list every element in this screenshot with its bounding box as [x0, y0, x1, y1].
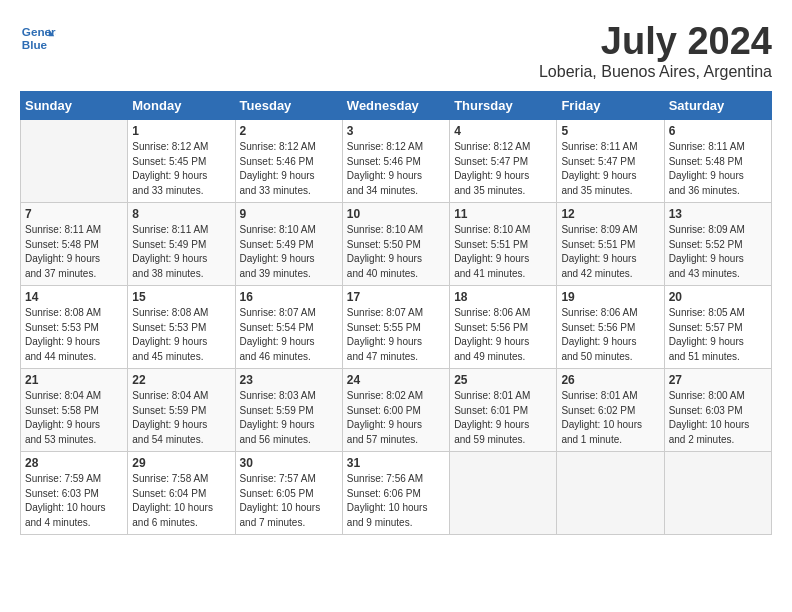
day-number: 2	[240, 124, 338, 138]
day-number: 10	[347, 207, 445, 221]
day-info: Sunrise: 8:11 AM Sunset: 5:48 PM Dayligh…	[669, 140, 767, 198]
day-info: Sunrise: 8:05 AM Sunset: 5:57 PM Dayligh…	[669, 306, 767, 364]
day-info: Sunrise: 8:10 AM Sunset: 5:51 PM Dayligh…	[454, 223, 552, 281]
calendar-week-row: 14Sunrise: 8:08 AM Sunset: 5:53 PM Dayli…	[21, 286, 772, 369]
day-info: Sunrise: 8:04 AM Sunset: 5:58 PM Dayligh…	[25, 389, 123, 447]
day-number: 4	[454, 124, 552, 138]
calendar-day-cell: 22Sunrise: 8:04 AM Sunset: 5:59 PM Dayli…	[128, 369, 235, 452]
calendar-day-cell: 31Sunrise: 7:56 AM Sunset: 6:06 PM Dayli…	[342, 452, 449, 535]
calendar-day-cell: 8Sunrise: 8:11 AM Sunset: 5:49 PM Daylig…	[128, 203, 235, 286]
svg-text:General: General	[22, 25, 56, 38]
day-info: Sunrise: 7:58 AM Sunset: 6:04 PM Dayligh…	[132, 472, 230, 530]
location-title: Loberia, Buenos Aires, Argentina	[539, 63, 772, 81]
day-info: Sunrise: 7:56 AM Sunset: 6:06 PM Dayligh…	[347, 472, 445, 530]
calendar-day-cell: 26Sunrise: 8:01 AM Sunset: 6:02 PM Dayli…	[557, 369, 664, 452]
logo-icon: General Blue	[20, 20, 56, 56]
calendar-table: SundayMondayTuesdayWednesdayThursdayFrid…	[20, 91, 772, 535]
day-info: Sunrise: 8:01 AM Sunset: 6:01 PM Dayligh…	[454, 389, 552, 447]
day-number: 8	[132, 207, 230, 221]
calendar-day-cell: 18Sunrise: 8:06 AM Sunset: 5:56 PM Dayli…	[450, 286, 557, 369]
calendar-day-cell: 27Sunrise: 8:00 AM Sunset: 6:03 PM Dayli…	[664, 369, 771, 452]
calendar-day-cell: 6Sunrise: 8:11 AM Sunset: 5:48 PM Daylig…	[664, 120, 771, 203]
calendar-header-row: SundayMondayTuesdayWednesdayThursdayFrid…	[21, 92, 772, 120]
day-number: 27	[669, 373, 767, 387]
calendar-day-cell: 4Sunrise: 8:12 AM Sunset: 5:47 PM Daylig…	[450, 120, 557, 203]
day-number: 24	[347, 373, 445, 387]
day-info: Sunrise: 8:11 AM Sunset: 5:47 PM Dayligh…	[561, 140, 659, 198]
day-number: 21	[25, 373, 123, 387]
day-number: 23	[240, 373, 338, 387]
day-info: Sunrise: 8:12 AM Sunset: 5:46 PM Dayligh…	[240, 140, 338, 198]
day-number: 6	[669, 124, 767, 138]
day-info: Sunrise: 8:02 AM Sunset: 6:00 PM Dayligh…	[347, 389, 445, 447]
day-number: 9	[240, 207, 338, 221]
calendar-day-cell: 9Sunrise: 8:10 AM Sunset: 5:49 PM Daylig…	[235, 203, 342, 286]
calendar-day-cell: 25Sunrise: 8:01 AM Sunset: 6:01 PM Dayli…	[450, 369, 557, 452]
day-info: Sunrise: 8:07 AM Sunset: 5:55 PM Dayligh…	[347, 306, 445, 364]
day-info: Sunrise: 8:06 AM Sunset: 5:56 PM Dayligh…	[561, 306, 659, 364]
calendar-day-cell: 30Sunrise: 7:57 AM Sunset: 6:05 PM Dayli…	[235, 452, 342, 535]
day-number: 22	[132, 373, 230, 387]
calendar-day-cell: 19Sunrise: 8:06 AM Sunset: 5:56 PM Dayli…	[557, 286, 664, 369]
calendar-day-cell	[664, 452, 771, 535]
calendar-day-cell: 2Sunrise: 8:12 AM Sunset: 5:46 PM Daylig…	[235, 120, 342, 203]
day-info: Sunrise: 8:03 AM Sunset: 5:59 PM Dayligh…	[240, 389, 338, 447]
day-info: Sunrise: 8:12 AM Sunset: 5:45 PM Dayligh…	[132, 140, 230, 198]
day-info: Sunrise: 8:01 AM Sunset: 6:02 PM Dayligh…	[561, 389, 659, 447]
page-header: General Blue July 2024 Loberia, Buenos A…	[20, 20, 772, 81]
calendar-header-cell: Wednesday	[342, 92, 449, 120]
day-info: Sunrise: 8:12 AM Sunset: 5:47 PM Dayligh…	[454, 140, 552, 198]
day-number: 18	[454, 290, 552, 304]
day-number: 29	[132, 456, 230, 470]
logo: General Blue	[20, 20, 56, 56]
calendar-day-cell: 17Sunrise: 8:07 AM Sunset: 5:55 PM Dayli…	[342, 286, 449, 369]
svg-text:Blue: Blue	[22, 38, 48, 51]
calendar-week-row: 28Sunrise: 7:59 AM Sunset: 6:03 PM Dayli…	[21, 452, 772, 535]
day-number: 11	[454, 207, 552, 221]
calendar-header-cell: Sunday	[21, 92, 128, 120]
day-info: Sunrise: 8:10 AM Sunset: 5:49 PM Dayligh…	[240, 223, 338, 281]
calendar-day-cell: 14Sunrise: 8:08 AM Sunset: 5:53 PM Dayli…	[21, 286, 128, 369]
day-number: 20	[669, 290, 767, 304]
calendar-header-cell: Tuesday	[235, 92, 342, 120]
day-number: 12	[561, 207, 659, 221]
day-number: 16	[240, 290, 338, 304]
calendar-day-cell: 7Sunrise: 8:11 AM Sunset: 5:48 PM Daylig…	[21, 203, 128, 286]
day-number: 5	[561, 124, 659, 138]
calendar-header-cell: Friday	[557, 92, 664, 120]
day-number: 28	[25, 456, 123, 470]
day-info: Sunrise: 8:07 AM Sunset: 5:54 PM Dayligh…	[240, 306, 338, 364]
day-info: Sunrise: 8:11 AM Sunset: 5:49 PM Dayligh…	[132, 223, 230, 281]
day-info: Sunrise: 8:10 AM Sunset: 5:50 PM Dayligh…	[347, 223, 445, 281]
calendar-week-row: 7Sunrise: 8:11 AM Sunset: 5:48 PM Daylig…	[21, 203, 772, 286]
calendar-day-cell: 21Sunrise: 8:04 AM Sunset: 5:58 PM Dayli…	[21, 369, 128, 452]
calendar-day-cell: 1Sunrise: 8:12 AM Sunset: 5:45 PM Daylig…	[128, 120, 235, 203]
day-info: Sunrise: 8:08 AM Sunset: 5:53 PM Dayligh…	[132, 306, 230, 364]
day-number: 1	[132, 124, 230, 138]
calendar-day-cell: 12Sunrise: 8:09 AM Sunset: 5:51 PM Dayli…	[557, 203, 664, 286]
day-number: 19	[561, 290, 659, 304]
day-number: 15	[132, 290, 230, 304]
calendar-day-cell	[21, 120, 128, 203]
day-number: 31	[347, 456, 445, 470]
calendar-week-row: 1Sunrise: 8:12 AM Sunset: 5:45 PM Daylig…	[21, 120, 772, 203]
calendar-day-cell: 5Sunrise: 8:11 AM Sunset: 5:47 PM Daylig…	[557, 120, 664, 203]
calendar-day-cell: 24Sunrise: 8:02 AM Sunset: 6:00 PM Dayli…	[342, 369, 449, 452]
day-info: Sunrise: 8:08 AM Sunset: 5:53 PM Dayligh…	[25, 306, 123, 364]
day-info: Sunrise: 7:59 AM Sunset: 6:03 PM Dayligh…	[25, 472, 123, 530]
calendar-week-row: 21Sunrise: 8:04 AM Sunset: 5:58 PM Dayli…	[21, 369, 772, 452]
calendar-day-cell: 16Sunrise: 8:07 AM Sunset: 5:54 PM Dayli…	[235, 286, 342, 369]
calendar-day-cell	[557, 452, 664, 535]
title-area: July 2024 Loberia, Buenos Aires, Argenti…	[539, 20, 772, 81]
day-info: Sunrise: 8:04 AM Sunset: 5:59 PM Dayligh…	[132, 389, 230, 447]
day-info: Sunrise: 8:12 AM Sunset: 5:46 PM Dayligh…	[347, 140, 445, 198]
day-number: 25	[454, 373, 552, 387]
day-number: 7	[25, 207, 123, 221]
day-number: 14	[25, 290, 123, 304]
day-info: Sunrise: 7:57 AM Sunset: 6:05 PM Dayligh…	[240, 472, 338, 530]
day-number: 3	[347, 124, 445, 138]
calendar-body: 1Sunrise: 8:12 AM Sunset: 5:45 PM Daylig…	[21, 120, 772, 535]
calendar-day-cell: 11Sunrise: 8:10 AM Sunset: 5:51 PM Dayli…	[450, 203, 557, 286]
calendar-header-cell: Monday	[128, 92, 235, 120]
calendar-header-cell: Saturday	[664, 92, 771, 120]
